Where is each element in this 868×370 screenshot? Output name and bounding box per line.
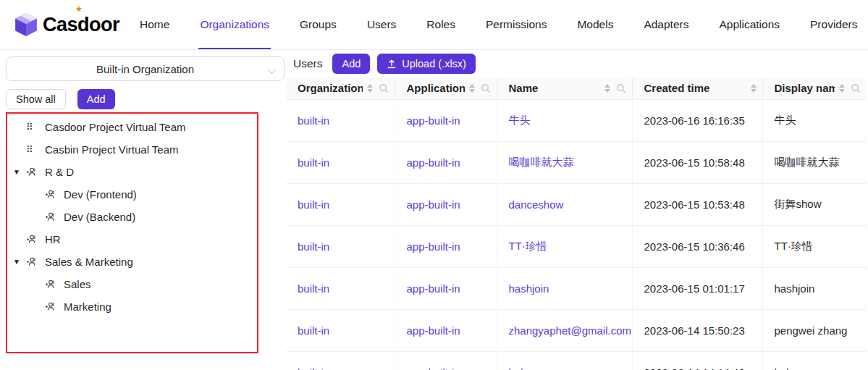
- display-name-cell: 牛头: [775, 114, 796, 126]
- user-name-link[interactable]: 牛头: [509, 114, 531, 126]
- search-icon[interactable]: [616, 83, 626, 93]
- table-row: built-inapp-built-inTT·珍惜2023-06-15 10:3…: [286, 225, 867, 267]
- tree-item[interactable]: HR: [7, 228, 257, 251]
- app-link[interactable]: app-built-in: [407, 198, 460, 211]
- panel-title: Users: [293, 57, 322, 70]
- column-header-created-time[interactable]: Created time: [632, 77, 762, 99]
- drag-handle-icon[interactable]: ⠿: [26, 122, 41, 133]
- created-time-cell: 2023-06-15 01:01:17: [644, 282, 745, 295]
- nav-item-providers[interactable]: Providers: [809, 0, 859, 49]
- users-table: Organization Application Name Created ti…: [286, 77, 867, 370]
- sorter-icon[interactable]: [367, 84, 373, 93]
- table-row: built-inapp-built-in喝咖啡就大蒜2023-06-15 10:…: [286, 141, 867, 183]
- tree-item[interactable]: Sales: [7, 273, 257, 295]
- nav-item-organizations[interactable]: Organizations: [198, 0, 271, 49]
- user-name-link[interactable]: hashjoin: [509, 282, 549, 295]
- user-name-link[interactable]: lark: [509, 366, 526, 370]
- display-name-cell: 喝咖啡就大蒜: [775, 156, 840, 168]
- app-link[interactable]: app-built-in: [407, 240, 460, 253]
- org-link[interactable]: built-in: [298, 240, 329, 253]
- app-link-cell: app-built-in: [395, 351, 497, 370]
- tree-item[interactable]: ⠿Casdoor Project Virtual Team: [7, 116, 257, 138]
- sorter-icon[interactable]: [751, 84, 757, 93]
- nav-item-applications[interactable]: Applications: [717, 0, 781, 49]
- column-header-name[interactable]: Name: [497, 77, 632, 99]
- sorter-icon[interactable]: [469, 84, 475, 93]
- sidebar: Built-in Organization Show all Add ⠿Casd…: [0, 50, 286, 370]
- tree-item[interactable]: Dev (Backend): [7, 206, 257, 228]
- column-label: Organization: [298, 82, 363, 94]
- tree-item-label: Sales & Marketing: [45, 256, 133, 268]
- org-link[interactable]: built-in: [298, 366, 329, 370]
- org-link[interactable]: built-in: [298, 156, 329, 169]
- tree-item[interactable]: ▼ Sales & Marketing: [7, 251, 257, 273]
- tree-item[interactable]: ⠿Casbin Project Virtual Team: [7, 138, 257, 161]
- user-name-link[interactable]: danceshow: [509, 198, 564, 211]
- app-link-cell: app-built-in: [395, 99, 497, 141]
- upload-icon: [387, 59, 397, 69]
- casdoor-cube-icon: [14, 12, 38, 37]
- created-time-cell-cell: 2023-06-15 10:36:46: [632, 225, 762, 267]
- nav-item-models[interactable]: Models: [576, 0, 615, 49]
- users-panel: Users Add Upload (.xlsx) Organization Ap…: [286, 50, 868, 370]
- nav-item-adapters[interactable]: Adapters: [642, 0, 690, 49]
- chevron-down-icon: [268, 66, 276, 74]
- column-header-display-name[interactable]: Display name: [762, 77, 867, 99]
- sorter-icon[interactable]: [604, 84, 610, 93]
- tree-item-label: Dev (Frontend): [64, 188, 137, 201]
- app-link[interactable]: app-built-in: [407, 282, 460, 295]
- display-name-cell: hashjoin: [775, 282, 815, 295]
- tree-item[interactable]: Marketing: [7, 295, 257, 318]
- nav-item-permissions[interactable]: Permissions: [484, 0, 548, 49]
- search-icon[interactable]: [481, 83, 491, 93]
- tree-item[interactable]: ▼ R & D: [7, 161, 257, 183]
- app-link-cell: app-built-in: [395, 267, 497, 309]
- sorter-icon[interactable]: [839, 84, 845, 93]
- add-group-button[interactable]: Add: [77, 89, 115, 109]
- tree-item-label: Dev (Backend): [64, 211, 135, 223]
- display-name-cell-cell: 街舞show: [762, 183, 867, 225]
- display-name-cell-cell: lark: [762, 351, 867, 370]
- user-name-link-cell: TT·珍惜: [497, 225, 632, 267]
- org-link[interactable]: built-in: [298, 282, 329, 295]
- app-link[interactable]: app-built-in: [407, 156, 460, 169]
- nav-item-home[interactable]: Home: [138, 0, 171, 49]
- organization-select[interactable]: Built-in Organization: [6, 56, 285, 81]
- org-link[interactable]: built-in: [298, 198, 329, 211]
- add-user-button[interactable]: Add: [332, 54, 370, 74]
- nav-item-groups[interactable]: Groups: [298, 0, 338, 49]
- organization-select-value: Built-in Organization: [96, 63, 194, 75]
- column-header-application[interactable]: Application: [395, 77, 497, 99]
- usergroup-add-icon: [45, 211, 59, 222]
- search-icon[interactable]: [379, 83, 389, 93]
- show-all-button[interactable]: Show all: [6, 89, 66, 109]
- app-link[interactable]: app-built-in: [407, 324, 460, 337]
- upload-xlsx-button[interactable]: Upload (.xlsx): [377, 54, 476, 74]
- org-link[interactable]: built-in: [298, 324, 329, 337]
- org-link-cell: built-in: [286, 267, 395, 309]
- caret-down-icon[interactable]: ▼: [7, 168, 26, 176]
- search-icon[interactable]: [851, 83, 861, 93]
- user-name-link[interactable]: 喝咖啡就大蒜: [509, 156, 574, 168]
- casdoor-logo[interactable]: Casdoor ★: [14, 0, 119, 49]
- nav-item-roles[interactable]: Roles: [425, 0, 457, 49]
- user-name-link[interactable]: zhangyaphet@gmail.com: [509, 324, 631, 337]
- tree-item-label: Sales: [64, 278, 91, 290]
- app-link[interactable]: app-built-in: [407, 366, 460, 370]
- drag-handle-icon[interactable]: ⠿: [26, 144, 41, 155]
- app-link-cell: app-built-in: [395, 141, 497, 183]
- display-name-cell-cell: hashjoin: [762, 267, 867, 309]
- app-link[interactable]: app-built-in: [407, 114, 460, 127]
- user-name-link[interactable]: TT·珍惜: [509, 240, 547, 252]
- column-label: Application: [407, 82, 465, 94]
- created-time-cell-cell: 2023-06-14 15:50:23: [632, 309, 762, 351]
- created-time-cell: 2023-06-15 10:58:48: [644, 156, 745, 169]
- column-header-organization[interactable]: Organization: [286, 77, 395, 99]
- display-name-cell: pengwei zhang: [775, 324, 848, 337]
- caret-down-icon[interactable]: ▼: [7, 258, 26, 266]
- casdoor-app: Casdoor ★ HomeOrganizationsGroupsUsersRo…: [0, 0, 868, 370]
- tree-item[interactable]: Dev (Frontend): [7, 183, 257, 206]
- nav-item-users[interactable]: Users: [366, 0, 397, 49]
- top-nav: Casdoor ★ HomeOrganizationsGroupsUsersRo…: [0, 0, 868, 50]
- org-link[interactable]: built-in: [298, 114, 329, 127]
